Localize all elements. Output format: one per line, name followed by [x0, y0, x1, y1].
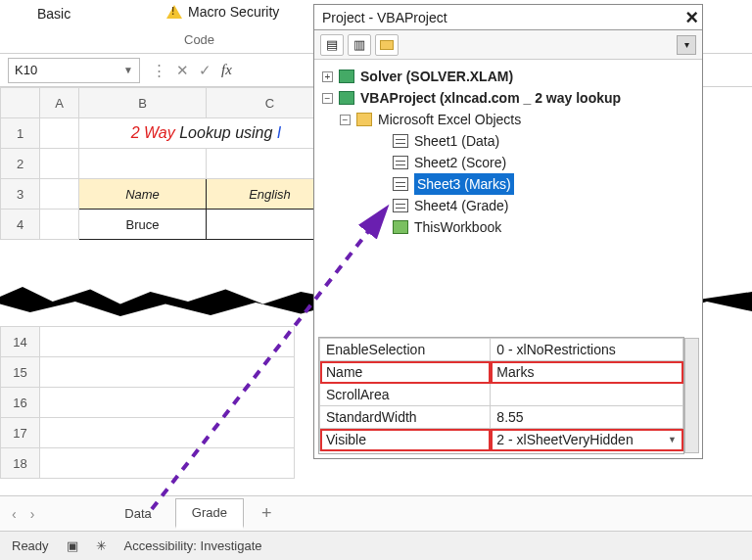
tree-sheet2[interactable]: Sheet2 (Score) [414, 152, 506, 173]
expander-icon[interactable]: + [322, 71, 333, 82]
accessibility-icon[interactable]: ✳ [96, 538, 107, 553]
row-header[interactable]: 2 [1, 149, 40, 179]
tree-excel-objects[interactable]: Microsoft Excel Objects [378, 109, 521, 130]
properties-scrollbar[interactable] [684, 338, 699, 453]
toolbar-overflow-icon[interactable]: ▾ [677, 35, 696, 55]
row-header[interactable]: 18 [1, 448, 40, 479]
chevron-down-icon[interactable]: ▼ [123, 65, 133, 75]
accessibility-status[interactable]: Accessibility: Investigate [124, 538, 262, 553]
view-object-button[interactable]: ▥ [348, 34, 371, 56]
vba-project-panel: Project - VBAProject × ▤ ▥ ▾ + Solver (S… [313, 4, 703, 459]
row-header[interactable]: 16 [1, 388, 40, 418]
tab-grade[interactable]: Grade [175, 498, 244, 529]
row-header[interactable]: 17 [1, 418, 40, 448]
worksheet-icon [393, 177, 408, 191]
tree-sheet1[interactable]: Sheet1 (Data) [414, 130, 499, 152]
accept-formula-icon[interactable]: ✓ [199, 62, 212, 79]
spreadsheet-grid-lower[interactable]: 14 15 16 17 18 [0, 326, 295, 479]
toggle-folders-button[interactable] [375, 34, 399, 56]
worksheet-icon [393, 156, 408, 169]
prop-key: Visible [320, 429, 491, 451]
view-code-button[interactable]: ▤ [320, 34, 344, 56]
folder-icon [356, 113, 372, 126]
prop-row: EnableSelection 0 - xlNoRestrictions [320, 339, 683, 361]
fx-icon[interactable]: fx [221, 62, 232, 78]
sheet-title: 2 Way Lookup using I [79, 118, 334, 149]
properties-grid[interactable]: EnableSelection 0 - xlNoRestrictions Nam… [318, 337, 684, 454]
vbe-title-text: Project - VBAProject [322, 10, 447, 25]
prop-key: Name [320, 361, 491, 384]
prop-value[interactable]: 8.55 [491, 406, 683, 429]
worksheet-icon [393, 134, 408, 148]
workbook-icon [393, 220, 408, 234]
tree-solver[interactable]: Solver (SOLVER.XLAM) [360, 66, 513, 87]
expander-icon[interactable]: − [322, 93, 333, 104]
col-header[interactable]: A [40, 88, 79, 118]
visual-basic-label[interactable]: Basic [37, 6, 70, 22]
col-header[interactable]: B [79, 88, 207, 118]
row-header[interactable]: 14 [1, 327, 40, 357]
cancel-formula-icon[interactable]: ✕ [176, 62, 189, 79]
row-header[interactable]: 15 [1, 357, 40, 388]
prop-value-name[interactable]: Marks [491, 361, 683, 384]
tab-nav-next-icon[interactable]: › [30, 506, 35, 522]
more-icon[interactable]: ⋮ [152, 62, 166, 79]
cell-name[interactable]: Bruce [79, 210, 207, 240]
expander-icon[interactable]: − [340, 115, 351, 125]
tab-data[interactable]: Data [109, 500, 166, 527]
macro-security-label: Macro Security [188, 4, 279, 20]
name-box-value: K10 [15, 63, 37, 77]
select-all[interactable] [1, 88, 40, 118]
dropdown-icon[interactable]: ▼ [668, 435, 677, 444]
row-header[interactable]: 3 [1, 179, 40, 210]
worksheet-icon [393, 199, 408, 212]
project-icon [339, 70, 354, 83]
tree-thisworkbook[interactable]: ThisWorkbook [414, 216, 501, 238]
status-bar: Ready ▣ ✳ Accessibility: Investigate [0, 531, 752, 560]
tab-nav-prev-icon[interactable]: ‹ [12, 506, 17, 522]
row-header[interactable]: 1 [1, 118, 40, 149]
prop-row-name: Name Marks [320, 361, 683, 384]
tree-sheet4[interactable]: Sheet4 (Grade) [414, 195, 509, 216]
tree-vbaproject[interactable]: VBAProject (xlncad.com _ 2 way lookup [360, 87, 621, 109]
project-tree[interactable]: + Solver (SOLVER.XLAM) − VBAProject (xln… [314, 60, 702, 244]
vbe-toolbar: ▤ ▥ ▾ [314, 30, 702, 60]
prop-key: EnableSelection [320, 339, 491, 361]
macro-record-icon[interactable]: ▣ [67, 538, 78, 553]
vbe-titlebar[interactable]: Project - VBAProject × [314, 5, 702, 30]
prop-key: StandardWidth [320, 406, 491, 429]
warning-icon [166, 5, 182, 19]
tree-sheet3-selected[interactable]: Sheet3 (Marks) [414, 173, 514, 195]
sheet-tab-strip: ‹ › Data Grade + [0, 495, 752, 531]
macro-security-button[interactable]: Macro Security [166, 4, 279, 20]
close-icon[interactable]: × [685, 5, 698, 30]
name-box[interactable]: K10 ▼ [8, 58, 140, 83]
table-header-name: Name [79, 179, 207, 210]
code-group-label: Code [184, 32, 214, 47]
prop-row-visible: Visible 2 - xlSheetVeryHidden ▼ [320, 429, 683, 451]
prop-row: StandardWidth 8.55 [320, 406, 683, 429]
row-header[interactable]: 4 [1, 210, 40, 240]
project-icon [339, 91, 354, 105]
prop-row: ScrollArea [320, 384, 683, 406]
prop-value[interactable] [491, 384, 683, 406]
prop-key: ScrollArea [320, 384, 491, 406]
status-ready: Ready [12, 538, 49, 553]
add-sheet-button[interactable]: + [252, 503, 282, 524]
prop-value[interactable]: 0 - xlNoRestrictions [491, 339, 683, 361]
prop-value-visible[interactable]: 2 - xlSheetVeryHidden ▼ [491, 429, 683, 451]
